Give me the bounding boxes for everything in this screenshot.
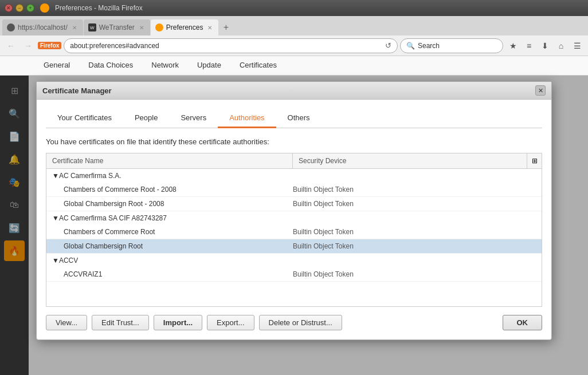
cert-name-accvraiz1: ACCVRAIZ1 <box>64 270 293 278</box>
page-nav-general[interactable]: General <box>34 56 79 75</box>
view-btn[interactable]: View... <box>46 315 87 330</box>
url-bar[interactable]: about:preferences#advanced ↺ <box>64 38 398 53</box>
tab-wetransfer-favicon: W <box>88 23 96 31</box>
cert-device-global-root: Builtin Object Token <box>293 242 536 250</box>
tab-localhost-close[interactable]: ✕ <box>70 23 79 31</box>
cert-name-chambers-2008: Chambers of Commerce Root - 2008 <box>64 185 293 194</box>
cert-device-chambers-root: Builtin Object Token <box>293 228 536 236</box>
minimize-window-btn[interactable]: − <box>15 4 23 12</box>
window-controls: ✕ − + <box>5 4 34 12</box>
cert-row-chambers-2008[interactable]: Chambers of Commerce Root - 2008 Builtin… <box>46 183 542 197</box>
search-placeholder: Search <box>418 42 440 50</box>
cert-tab-servers[interactable]: Servers <box>169 109 218 128</box>
tab-localhost-label: https://localhost/ <box>18 23 68 31</box>
certificate-manager-dialog: Certificate Manager ✕ Your Certificates … <box>36 81 552 340</box>
tab-wetransfer[interactable]: W WeTransfer ✕ <box>84 19 150 35</box>
cert-name-chambers-root: Chambers of Commerce Root <box>64 228 293 236</box>
cert-group-accv: ▼ACCV <box>46 254 542 267</box>
tab-preferences-favicon <box>155 23 163 31</box>
window-title: Preferences - Mozilla Firefox <box>55 4 143 12</box>
cert-row-chambers-root[interactable]: Chambers of Commerce Root Builtin Object… <box>46 225 542 239</box>
close-window-btn[interactable]: ✕ <box>5 4 13 12</box>
tab-localhost[interactable]: https://localhost/ ✕ <box>2 19 83 35</box>
app-icon <box>40 3 49 13</box>
forward-btn[interactable]: → <box>21 38 36 53</box>
cert-description: You have certificates on file that ident… <box>46 137 542 146</box>
cert-row-global-2008[interactable]: Global Chambersign Root - 2008 Builtin O… <box>46 197 542 211</box>
page-nav-update[interactable]: Update <box>188 56 230 75</box>
delete-distrust-btn[interactable]: Delete or Distrust... <box>259 315 342 330</box>
maximize-window-btn[interactable]: + <box>26 4 34 12</box>
page-nav-certificates[interactable]: Certificates <box>230 56 286 75</box>
page-container: Certificate Manager ✕ Your Certificates … <box>29 76 588 375</box>
col-name-header: Certificate Name <box>46 153 293 168</box>
page-nav: General Data Choices Network Update Cert… <box>0 56 588 76</box>
download-btn[interactable]: ⬇ <box>538 38 552 53</box>
reader-btn[interactable]: ≡ <box>522 38 536 53</box>
nav-bar: ← → Firefox about:preferences#advanced ↺… <box>0 35 588 56</box>
cert-row-accvraiz1[interactable]: ACCVRAIZ1 Builtin Object Token <box>46 267 542 282</box>
cert-tab-others[interactable]: Others <box>276 109 322 128</box>
tab-wetransfer-label: WeTransfer <box>99 23 135 31</box>
cert-name-global-root: Global Chambersign Root <box>64 242 293 250</box>
page-nav-network[interactable]: Network <box>142 56 188 75</box>
menu-btn[interactable]: ☰ <box>570 38 585 53</box>
cert-tab-your-certs[interactable]: Your Certificates <box>46 109 123 128</box>
cert-group-ac-camerfirma-cif: ▼AC Camerfirma SA CIF A82743287 <box>46 211 542 225</box>
cert-device-chambers-2008: Builtin Object Token <box>293 185 536 194</box>
tab-localhost-favicon <box>7 23 15 31</box>
col-action-header: ⊞ <box>527 153 542 168</box>
main-content: ⊞ 🔍 📄 🔔 🎭 🛍 🔄 🔥 Certificate Manager ✕ <box>0 76 588 375</box>
expand-icon[interactable]: ⊞ <box>532 157 538 165</box>
tab-preferences[interactable]: Preferences ✕ <box>151 19 219 35</box>
search-bar-container: 🔍 Search <box>400 38 503 53</box>
tab-bar: https://localhost/ ✕ W WeTransfer ✕ Pref… <box>0 16 588 35</box>
title-bar: ✕ − + Preferences - Mozilla Firefox <box>0 0 588 16</box>
edit-trust-btn[interactable]: Edit Trust... <box>92 315 149 330</box>
dialog-title-bar: Certificate Manager ✕ <box>37 82 551 100</box>
cert-table: Certificate Name Security Device ⊞ ▼AC C… <box>46 153 542 307</box>
cert-device-global-2008: Builtin Object Token <box>293 200 536 208</box>
new-tab-btn[interactable]: + <box>219 21 233 34</box>
home-btn[interactable]: ⌂ <box>554 38 569 53</box>
cert-table-body[interactable]: ▼AC Camerfirma S.A. Chambers of Commerce… <box>46 169 542 306</box>
nav-actions: ★ ≡ ⬇ ⌂ ☰ <box>505 38 585 53</box>
url-text: about:preferences#advanced <box>70 42 159 50</box>
dialog-title: Certificate Manager <box>42 86 112 95</box>
tab-preferences-label: Preferences <box>166 23 203 31</box>
dialog-close-btn[interactable]: ✕ <box>535 85 546 96</box>
export-btn[interactable]: Export... <box>207 315 254 330</box>
import-btn[interactable]: Import... <box>154 315 202 330</box>
firefox-badge: Firefox <box>38 42 61 49</box>
cert-row-global-root[interactable]: Global Chambersign Root Builtin Object T… <box>46 239 542 254</box>
search-icon: 🔍 <box>406 42 415 50</box>
ok-btn[interactable]: OK <box>503 315 543 330</box>
reload-btn[interactable]: ↺ <box>385 41 391 50</box>
modal-overlay: Certificate Manager ✕ Your Certificates … <box>29 76 588 375</box>
cert-tab-authorities[interactable]: Authorities <box>218 109 276 128</box>
dialog-buttons: View... Edit Trust... Import... Export..… <box>46 315 542 330</box>
cert-group-ac-camerfirma: ▼AC Camerfirma S.A. <box>46 169 542 183</box>
tab-wetransfer-close[interactable]: ✕ <box>138 23 146 31</box>
browser-chrome: https://localhost/ ✕ W WeTransfer ✕ Pref… <box>0 16 588 76</box>
col-device-header: Security Device <box>293 153 527 168</box>
cert-device-accvraiz1: Builtin Object Token <box>293 270 536 278</box>
back-btn[interactable]: ← <box>3 38 18 53</box>
bookmark-btn[interactable]: ★ <box>505 38 520 53</box>
cert-table-header: Certificate Name Security Device ⊞ <box>46 153 542 169</box>
cert-name-global-2008: Global Chambersign Root - 2008 <box>64 200 293 208</box>
page-nav-data-choices[interactable]: Data Choices <box>79 56 142 75</box>
cert-tabs: Your Certificates People Servers Authori… <box>46 109 542 128</box>
tab-preferences-close[interactable]: ✕ <box>206 23 214 31</box>
dialog-body: Your Certificates People Servers Authori… <box>37 100 551 340</box>
cert-tab-people[interactable]: People <box>123 109 169 128</box>
